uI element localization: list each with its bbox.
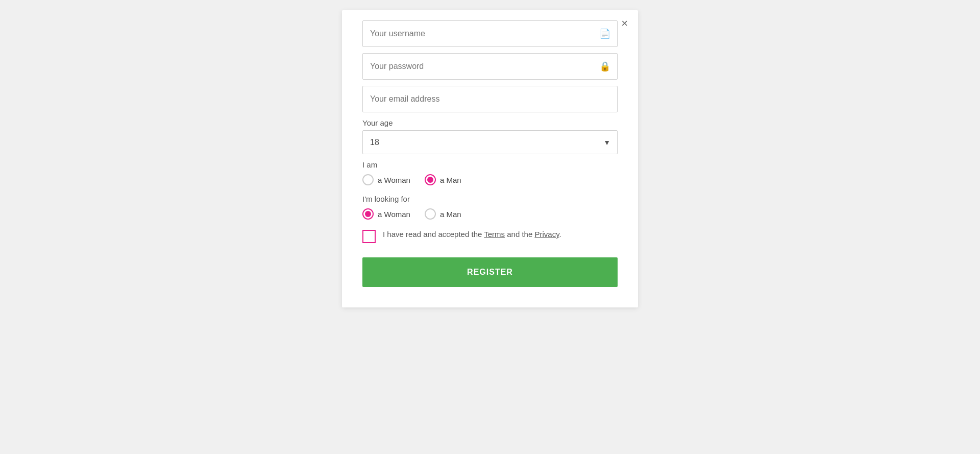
i-am-woman-option[interactable]: a Woman	[362, 174, 410, 185]
username-input[interactable]	[362, 20, 618, 47]
i-am-radio-group: a Woman a Man	[362, 174, 618, 185]
privacy-link[interactable]: Privacy	[534, 230, 559, 238]
terms-period: .	[559, 230, 561, 238]
password-input[interactable]	[362, 53, 618, 80]
looking-for-woman-option[interactable]: a Woman	[362, 208, 410, 220]
terms-text-1: I have read and accepted the	[383, 230, 482, 238]
username-input-wrapper: 📄	[362, 20, 618, 47]
i-am-man-option[interactable]: a Man	[425, 174, 461, 185]
looking-for-man-option[interactable]: a Man	[425, 208, 461, 220]
i-am-man-radio-custom	[425, 174, 436, 185]
terms-link[interactable]: Terms	[484, 230, 505, 238]
email-input-wrapper	[362, 86, 618, 112]
user-icon: 📄	[599, 28, 610, 39]
looking-for-man-radio-custom	[425, 208, 436, 220]
i-am-woman-label: a Woman	[378, 176, 410, 184]
i-am-label: I am	[362, 160, 618, 169]
i-am-man-label: a Man	[440, 176, 461, 184]
i-am-section: I am a Woman a Man	[362, 160, 618, 185]
close-button[interactable]: ×	[621, 18, 628, 29]
looking-for-man-label: a Man	[440, 210, 461, 219]
age-group: Your age 18 19 20 21 22 25 30 35 40 50 ▼	[362, 118, 618, 154]
looking-for-section: I'm looking for a Woman a Man	[362, 195, 618, 220]
i-am-woman-radio-custom	[362, 174, 374, 185]
terms-checkbox[interactable]	[362, 230, 376, 243]
password-input-wrapper: 🔒	[362, 53, 618, 80]
password-icon: 🔒	[599, 61, 610, 72]
looking-for-label: I'm looking for	[362, 195, 618, 203]
email-input[interactable]	[362, 86, 618, 112]
looking-for-woman-radio-custom	[362, 208, 374, 220]
terms-text: I have read and accepted the Terms and t…	[383, 229, 561, 241]
email-group	[362, 86, 618, 112]
looking-for-woman-label: a Woman	[378, 210, 410, 219]
registration-modal: × 📄 🔒 Your age 18 19 20 21 22 25	[342, 10, 638, 307]
age-label: Your age	[362, 118, 618, 127]
username-group: 📄	[362, 20, 618, 47]
register-button[interactable]: REGISTER	[362, 257, 618, 287]
terms-section: I have read and accepted the Terms and t…	[362, 229, 618, 243]
age-select[interactable]: 18 19 20 21 22 25 30 35 40 50	[362, 130, 618, 154]
looking-for-radio-group: a Woman a Man	[362, 208, 618, 220]
terms-text-2: and the	[507, 230, 532, 238]
password-group: 🔒	[362, 53, 618, 80]
age-select-wrapper: 18 19 20 21 22 25 30 35 40 50 ▼	[362, 130, 618, 154]
